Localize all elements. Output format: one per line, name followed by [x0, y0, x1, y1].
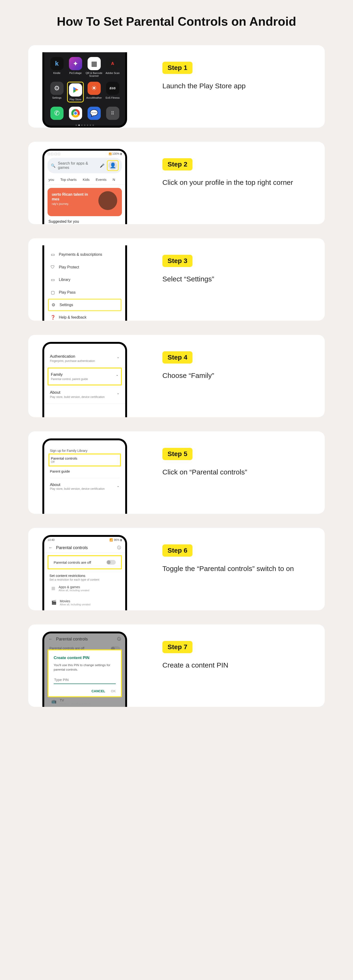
play-store-icon	[71, 86, 80, 94]
promo-banner[interactable]: uerto Rican talent in mes raly's journey…	[48, 188, 122, 216]
page-title: How To Set Parental Controls on Android	[28, 14, 325, 29]
app-bar: ← Parental controls ⓘ	[44, 542, 125, 553]
search-placeholder: Search for apps & games	[58, 161, 97, 170]
phone-mock-step6: 10:40📶 96% ▮ ← Parental controls ⓘ Paren…	[42, 535, 127, 610]
phone-mock-step3: ▭Payments & subscriptions 🛡Play Protect …	[42, 245, 127, 321]
tv-icon: 📺	[51, 699, 56, 704]
step-card-5: Sign up for Family Library Parental cont…	[28, 431, 325, 514]
step-description: Create a content PIN	[162, 660, 308, 670]
step-badge: Step 7	[162, 641, 192, 653]
phone-mock-step5: Sign up for Family Library Parental cont…	[42, 438, 127, 514]
app-adobe-scan[interactable]: AAdobe Scan	[104, 57, 121, 77]
pin-input[interactable]	[54, 676, 116, 684]
category-movies[interactable]: 🎬 MoviesAllow all, including unrated	[44, 595, 125, 609]
step-card-1: kKindle ✦PicCollage ▦QR & Barcode Scanne…	[28, 45, 325, 127]
shield-icon: 🛡	[50, 265, 55, 270]
phone-col: kKindle ✦PicCollage ▦QR & Barcode Scanne…	[40, 52, 129, 127]
step-text: Step 1 Launch the Play Store app	[162, 52, 308, 91]
tab-kids[interactable]: Kids	[83, 178, 89, 181]
app-drawer[interactable]: ⠿	[104, 107, 121, 121]
step-description: Choose “Family”	[162, 371, 308, 380]
dimmed-row: 📺TVAllow all, including unrated	[51, 697, 118, 706]
app-messages[interactable]: 💬	[86, 107, 102, 121]
card-icon: ▭	[50, 252, 55, 257]
app-piccollage[interactable]: ✦PicCollage	[67, 57, 84, 77]
help-icon[interactable]: ⓘ	[117, 545, 121, 550]
app-accuweather[interactable]: ☀AccuWeather	[86, 82, 102, 102]
library-icon: ▭	[50, 277, 55, 282]
page-indicator	[44, 124, 125, 126]
movies-icon: 🎬	[51, 600, 56, 605]
app-eos-fitness[interactable]: EōSEoS Fitness	[104, 82, 121, 102]
app-kindle[interactable]: kKindle	[48, 57, 65, 77]
chevron-down-icon: ⌄	[116, 373, 119, 377]
create-pin-dialog: Create content PIN You'll use this PIN t…	[48, 649, 122, 697]
app-chrome[interactable]	[67, 107, 84, 121]
chevron-down-icon: ⌄	[117, 391, 119, 395]
toggle-switch[interactable]	[107, 560, 116, 565]
step-card-3: ▭Payments & subscriptions 🛡Play Protect …	[28, 238, 325, 321]
parental-controls-toggle-row[interactable]: Parental controls are off	[48, 555, 122, 570]
step-description: Launch the Play Store app	[162, 81, 308, 91]
chevron-down-icon: ⌄	[117, 484, 119, 488]
app-play-store[interactable]: Play Store	[67, 82, 84, 102]
step-badge: Step 5	[162, 448, 192, 460]
app-settings[interactable]: ⚙Settings	[48, 82, 65, 102]
status-bar: ⬚ ⬚ ⬚ ⬚📶 100% ▮	[44, 151, 125, 156]
app-grid: kKindle ✦PicCollage ▦QR & Barcode Scanne…	[44, 52, 125, 121]
step-badge: Step 2	[162, 158, 192, 170]
settings-section-family[interactable]: Family Parental control, parent guide ⌄	[48, 368, 122, 385]
settings-section-about[interactable]: About Play store, build version, device …	[44, 385, 125, 404]
row-about[interactable]: About Play store, build version, device …	[44, 478, 125, 495]
category-apps-games[interactable]: ▦ Apps & gamesAllow all, including unrat…	[44, 581, 125, 595]
step-badge: Step 6	[162, 544, 192, 557]
step-badge: Step 3	[162, 255, 192, 267]
menu-item-help[interactable]: ❓Help & feedback	[44, 311, 125, 321]
app-qr-scanner[interactable]: ▦QR & Barcode Scanner	[86, 57, 102, 77]
step-card-7: ←Parental controlsⓘ Parental controls ar…	[28, 624, 325, 707]
step-card-4: Authentication Fingerprint, purchase aut…	[28, 335, 325, 417]
menu-item-play-pass[interactable]: ▢Play Pass	[44, 286, 125, 299]
status-bar: 10:40📶 96% ▮	[44, 537, 125, 542]
step-description: Toggle the “Parental controls” switch to…	[162, 564, 308, 574]
android-navbar: ≡ ◯ ⟨	[44, 127, 125, 128]
row-parental-controls[interactable]: Parental controls Off	[48, 453, 121, 466]
menu-item-play-protect[interactable]: 🛡Play Protect	[44, 261, 125, 274]
step-badge: Step 1	[162, 62, 192, 74]
tab-for-you[interactable]: you	[48, 178, 54, 181]
play-pass-icon: ▢	[50, 290, 55, 295]
mic-icon[interactable]: 🎤	[100, 164, 105, 168]
toggle-label: Parental controls are off	[54, 560, 91, 565]
phone-mock-step4: Authentication Fingerprint, purchase aut…	[42, 342, 127, 417]
section-header: Set content restrictions Set a restricti…	[44, 570, 125, 581]
chevron-down-icon: ⌄	[117, 355, 119, 359]
tab-top-charts[interactable]: Top charts	[60, 178, 76, 181]
step-card-2: ⬚ ⬚ ⬚ ⬚📶 100% ▮ 🔍 Search for apps & game…	[28, 142, 325, 224]
step-description: Select “Settings”	[162, 274, 308, 284]
cancel-button[interactable]: CANCEL	[92, 689, 105, 693]
ok-button[interactable]: OK	[111, 689, 116, 693]
banner-face-image	[99, 191, 117, 210]
screen-title: Parental controls	[56, 545, 114, 550]
menu-item-library[interactable]: ▭Library	[44, 274, 125, 286]
step-badge: Step 4	[162, 351, 192, 364]
phone-mock-step1: kKindle ✦PicCollage ▦QR & Barcode Scanne…	[42, 52, 127, 127]
search-icon: 🔍	[51, 164, 56, 168]
tab-more[interactable]: N	[113, 178, 115, 181]
gear-icon: ⚙	[51, 302, 56, 307]
back-arrow-icon[interactable]: ←	[48, 545, 53, 550]
app-phone[interactable]: ✆	[48, 107, 65, 121]
row-parent-guide[interactable]: Parent guide	[44, 466, 125, 476]
suggested-heading: Suggested for you	[44, 220, 125, 224]
phone-mock-step7: ←Parental controlsⓘ Parental controls ar…	[42, 632, 127, 707]
step-card-6: 10:40📶 96% ▮ ← Parental controls ⓘ Paren…	[28, 528, 325, 610]
settings-section-authentication[interactable]: Authentication Fingerprint, purchase aut…	[44, 349, 125, 368]
dialog-title: Create content PIN	[54, 655, 116, 660]
profile-avatar[interactable]: 👤	[108, 161, 117, 170]
tab-events[interactable]: Events	[96, 178, 107, 181]
search-bar[interactable]: 🔍 Search for apps & games 🎤 👤	[48, 158, 122, 173]
menu-item-settings[interactable]: ⚙Settings	[48, 299, 121, 311]
menu-item-payments[interactable]: ▭Payments & subscriptions	[44, 248, 125, 261]
help-icon: ❓	[50, 315, 55, 320]
family-library-signup[interactable]: Sign up for Family Library	[44, 445, 125, 453]
